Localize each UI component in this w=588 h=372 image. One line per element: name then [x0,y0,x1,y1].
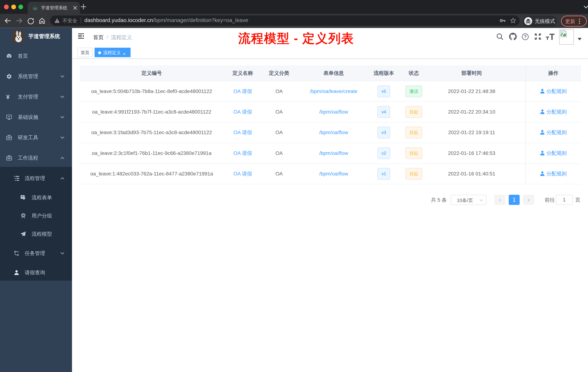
svg-text:?: ? [524,34,526,39]
